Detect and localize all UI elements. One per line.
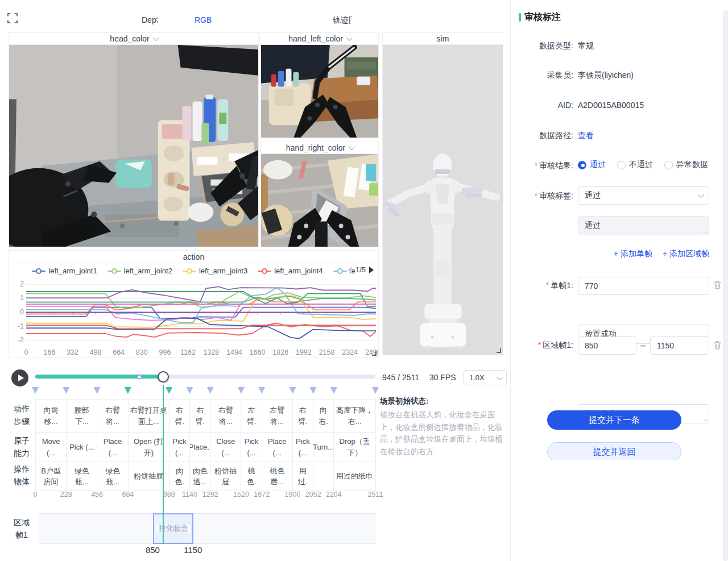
timeline-marker[interactable] — [63, 387, 69, 394]
segment-cell[interactable]: 左臂. — [241, 400, 262, 432]
sim-view[interactable] — [383, 45, 503, 355]
play-button[interactable] — [11, 369, 28, 387]
region-start-input[interactable]: 850 — [578, 336, 636, 355]
legend-item[interactable]: left_arm_joint2 — [107, 267, 172, 275]
play-icon — [18, 375, 24, 381]
timeline-marker[interactable] — [238, 387, 245, 394]
add-single-frame-button[interactable]: + 添加单帧 — [614, 249, 652, 259]
region-frame-track[interactable]: 拉化妆盒 — [39, 513, 375, 544]
segment-cell[interactable]: 肉色透... — [190, 462, 210, 491]
legend-item[interactable]: left_arm_joint3 — [183, 267, 247, 275]
segment-cell[interactable]: Place.. — [190, 433, 210, 462]
legend-page-label: 1/5 — [355, 265, 366, 274]
timeline-marker[interactable] — [186, 387, 193, 394]
hand-right-camera-image — [261, 154, 378, 247]
timeline-marker[interactable] — [289, 387, 296, 394]
segment-cell[interactable]: 左臂将... — [262, 400, 293, 432]
segment-cell[interactable]: 用过. — [293, 462, 313, 491]
chart-plot-area[interactable]: 210-1-2 — [9, 279, 378, 348]
speed-select[interactable]: 1.0X — [464, 370, 507, 385]
result-radio-option[interactable]: 异常数据 — [664, 160, 708, 170]
result-radio-option[interactable]: 通过 — [578, 160, 606, 170]
segment-cell[interactable]: 向右. — [313, 400, 334, 432]
drag-handle-left[interactable] — [156, 525, 158, 533]
segment-cell[interactable]: 腰部下... — [67, 400, 97, 432]
delete-region-frame-icon[interactable] — [713, 340, 722, 352]
hand-left-camera-header[interactable]: hand_left_color — [261, 33, 378, 45]
add-region-frame-button[interactable]: + 添加区域帧 — [663, 249, 709, 259]
single-frame-input[interactable]: 770 — [578, 277, 709, 295]
resize-handle-icon[interactable] — [372, 351, 377, 356]
segment-cell[interactable]: 绿色瓶... — [97, 462, 128, 491]
data-path-link[interactable]: 查看 — [578, 131, 594, 141]
timeline-marker[interactable] — [310, 387, 317, 394]
tag-note-textarea[interactable]: 通过 — [578, 216, 709, 235]
segment-cell[interactable]: 桃色唇... — [262, 462, 293, 491]
timeline-marker[interactable] — [258, 387, 265, 394]
timeline-marker[interactable] — [166, 387, 172, 394]
segment-cell[interactable]: 粉饼抽屉 — [210, 462, 241, 491]
segment-cell[interactable]: 右臂. — [169, 400, 190, 432]
segment-cell[interactable]: Place (... — [97, 433, 128, 462]
segment-cell[interactable]: Pick (... — [169, 433, 190, 462]
legend-item[interactable]: left_arm_joint1 — [32, 267, 97, 275]
segment-cell[interactable]: 右臂. — [190, 400, 210, 432]
single-frame-dot[interactable] — [137, 374, 142, 379]
segment-cell[interactable]: 高度下降，右... — [334, 400, 375, 432]
timeline-marker[interactable] — [372, 387, 379, 394]
segment-cell[interactable]: B户型房间 — [36, 462, 67, 491]
slider-handle[interactable] — [158, 371, 169, 383]
submit-next-button[interactable]: 提交并下一条 — [547, 410, 681, 430]
segment-cell[interactable]: 右臂将... — [97, 400, 128, 432]
timeline-marker[interactable] — [125, 387, 131, 394]
fullscreen-icon[interactable] — [7, 13, 18, 26]
segment-cell[interactable]: 向前移... — [36, 400, 67, 432]
segment-cell[interactable]: 右臂将... — [210, 400, 241, 432]
toggle-knob — [350, 15, 359, 24]
segment-cell[interactable]: 绿色瓶... — [67, 462, 97, 491]
segment-cell[interactable] — [313, 462, 334, 491]
segment-cell[interactable]: Close (... — [210, 433, 241, 462]
playhead-cursor[interactable] — [163, 385, 164, 544]
segment-cell[interactable]: Turn... — [313, 433, 334, 462]
segment-cell[interactable]: 右臂. — [293, 400, 313, 432]
legend-next-icon[interactable] — [369, 267, 374, 273]
timeline-marker[interactable] — [207, 387, 214, 394]
axis-tick: 684 — [122, 491, 134, 498]
timeline-marker[interactable] — [32, 387, 39, 394]
timeline-marker[interactable] — [94, 387, 101, 394]
resize-handle-icon[interactable] — [497, 348, 501, 353]
axis-tick: 1900 — [285, 491, 301, 498]
legend-prev-icon[interactable] — [348, 267, 352, 273]
scrollbar[interactable] — [723, 10, 728, 561]
legend-label: left_arm_joint1 — [48, 267, 97, 275]
playback-slider[interactable] — [35, 375, 375, 379]
submit-return-button[interactable]: 提交并返回 — [547, 442, 681, 460]
segment-cell[interactable]: Pick (... — [67, 433, 97, 462]
table-row: 向前移...腰部下...右臂将...右臂打开桌面上...右臂.右臂.右臂将...… — [36, 400, 375, 433]
region-frame-block[interactable]: 拉化妆盒 — [153, 513, 193, 544]
axis-tick: 2511 — [368, 491, 383, 498]
timeline-marker[interactable] — [330, 387, 337, 394]
segment-cell[interactable]: Drop（丢下） — [334, 433, 375, 462]
segment-cell[interactable]: Place (... — [262, 433, 293, 462]
drag-handle-right[interactable] — [188, 525, 190, 533]
radio-label: 异常数据 — [676, 160, 708, 170]
delete-single-frame-icon[interactable] — [713, 280, 722, 292]
legend-item[interactable]: left_arm_joint4 — [258, 267, 322, 275]
row-label-abilities: 原子能力 — [11, 434, 32, 460]
segment-cell[interactable]: 用过的纸巾 — [334, 462, 375, 491]
tag-select[interactable]: 通过 — [578, 186, 709, 205]
region-end-input[interactable]: 1150 — [650, 336, 709, 355]
hand-right-camera-header[interactable]: hand_right_color — [261, 142, 378, 154]
segment-cell[interactable]: Pick (... — [293, 433, 313, 462]
segment-cell[interactable]: 肉色. — [169, 462, 190, 491]
head-camera-header[interactable]: head_color — [9, 33, 258, 45]
segment-cell[interactable]: Move (... — [36, 433, 67, 462]
segment-cell[interactable]: Pick (... — [241, 433, 262, 462]
segment-cell[interactable]: 桃色. — [241, 462, 262, 491]
result-radio-option[interactable]: 不通过 — [617, 160, 653, 170]
scene-text: 梳妆台在机器人前，化妆盒在桌面上，化妆盒的侧边摆放着物品，化妆品，护肤品盒垃圾在… — [380, 409, 508, 458]
data-type-label: 数据类型: — [511, 41, 573, 51]
legend-marker-icon — [183, 268, 196, 274]
